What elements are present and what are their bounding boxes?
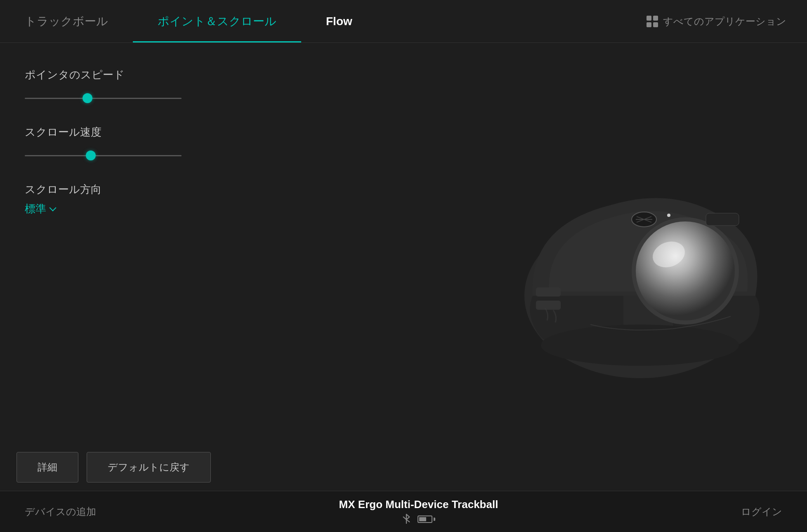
svg-rect-12 <box>536 301 561 310</box>
login-button[interactable]: ログイン <box>741 505 782 518</box>
battery-fill <box>419 517 426 521</box>
slider-track-scroll <box>25 155 182 156</box>
reset-button[interactable]: デフォルトに戻す <box>87 452 211 483</box>
device-name: MX Ergo Multi-Device Trackball <box>339 498 498 511</box>
bluetooth-icon <box>402 513 411 525</box>
all-apps-section[interactable]: すべてのアプリケーション <box>647 0 807 42</box>
settings-panel: ポインタのスピード スクロール速度 スクロール方向 標準 <box>0 43 289 491</box>
scroll-speed-slider[interactable] <box>25 149 182 162</box>
scroll-speed-group: スクロール速度 <box>25 125 264 162</box>
scroll-slider-thumb[interactable] <box>86 151 96 160</box>
battery-tip <box>434 518 435 521</box>
svg-rect-9 <box>706 213 739 226</box>
footer: デバイスの追加 MX Ergo Multi-Device Trackball ロ… <box>0 491 807 532</box>
scroll-direction-dropdown[interactable]: 標準 <box>25 202 264 216</box>
svg-rect-11 <box>536 287 561 297</box>
main-content: ポインタのスピード スクロール速度 スクロール方向 標準 <box>0 43 807 491</box>
tab-point-scroll[interactable]: ポイント＆スクロール <box>133 0 301 42</box>
scroll-direction-label: スクロール方向 <box>25 182 264 197</box>
device-status-icons <box>339 513 498 525</box>
svg-point-10 <box>667 214 670 217</box>
header: トラックボール ポイント＆スクロール Flow すべてのアプリケーション <box>0 0 807 43</box>
battery-icon <box>418 516 435 523</box>
slider-thumb[interactable] <box>83 93 92 103</box>
pointer-speed-group: ポインタのスピード <box>25 68 264 104</box>
scroll-speed-label: スクロール速度 <box>25 125 264 139</box>
svg-point-1 <box>541 325 739 366</box>
battery-body <box>418 516 432 523</box>
trackball-svg <box>467 143 776 391</box>
scroll-direction-group: スクロール方向 標準 <box>25 182 264 216</box>
device-image-area <box>436 43 807 491</box>
bottom-buttons: 詳細 デフォルトに戻す <box>17 452 211 483</box>
chevron-down-icon <box>50 204 57 211</box>
tab-trackball[interactable]: トラックボール <box>0 0 133 42</box>
nav-tabs: トラックボール ポイント＆スクロール Flow <box>0 0 647 42</box>
pointer-speed-label: ポインタのスピード <box>25 68 264 82</box>
add-device-button[interactable]: デバイスの追加 <box>25 505 96 518</box>
tab-flow[interactable]: Flow <box>301 0 377 42</box>
footer-center: MX Ergo Multi-Device Trackball <box>339 498 498 525</box>
pointer-speed-slider[interactable] <box>25 92 182 104</box>
grid-icon <box>647 16 658 27</box>
all-apps-label: すべてのアプリケーション <box>663 15 786 28</box>
svg-point-3 <box>636 221 735 320</box>
details-button[interactable]: 詳細 <box>17 452 78 483</box>
scroll-direction-value: 標準 <box>25 202 46 216</box>
slider-track <box>25 98 182 99</box>
